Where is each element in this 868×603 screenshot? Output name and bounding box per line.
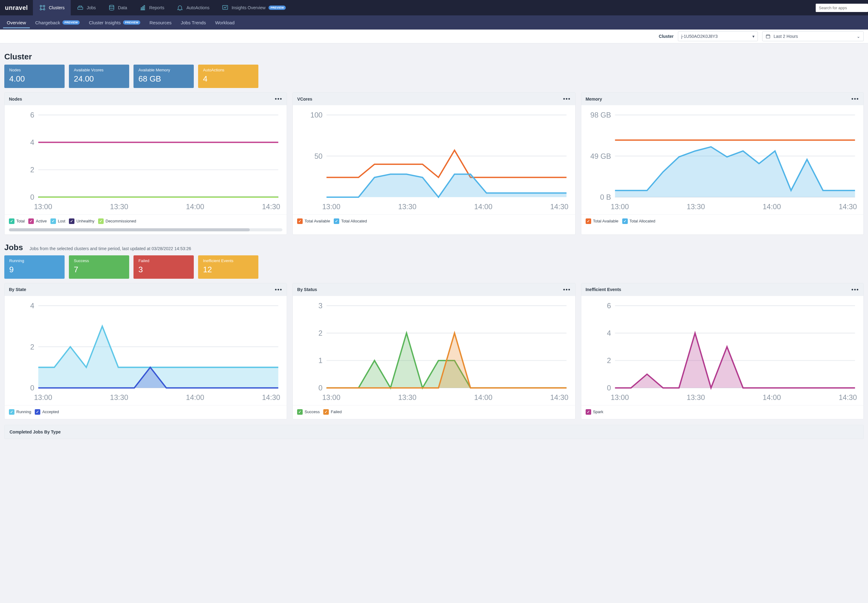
tab-overview[interactable]: Overview	[3, 17, 30, 28]
legend-item[interactable]: Accepted	[35, 409, 59, 415]
svg-text:2: 2	[30, 343, 34, 351]
chart-title: VCores	[297, 97, 312, 102]
legend-label: Failed	[331, 410, 341, 414]
legend-scrollbar[interactable]	[9, 228, 283, 231]
time-value: Last 2 Hours	[774, 34, 798, 39]
legend-item[interactable]: Lost	[51, 218, 65, 224]
svg-text:14:30: 14:30	[839, 203, 857, 211]
legend-item[interactable]: Running	[9, 409, 31, 415]
legend-chip	[28, 218, 34, 224]
svg-text:14:30: 14:30	[839, 393, 857, 402]
svg-text:13:30: 13:30	[110, 393, 128, 402]
calendar-icon	[766, 34, 771, 39]
legend-item[interactable]: Failed	[323, 409, 341, 415]
tab-cluster-insights[interactable]: Cluster Insights PREVIEW	[85, 17, 144, 28]
legend-label: Running	[16, 410, 31, 414]
nav-autoactions[interactable]: AutoActions	[170, 0, 216, 15]
svg-text:14:00: 14:00	[474, 393, 493, 402]
legend-item[interactable]: Active	[28, 218, 46, 224]
nav-label: Insights Overview	[232, 5, 266, 10]
legend-item[interactable]: Spark	[585, 409, 604, 415]
legend-label: Total Available	[304, 219, 330, 223]
cluster-heading: Cluster	[4, 52, 864, 62]
metric-success[interactable]: Success 7	[69, 255, 129, 279]
svg-text:13:00: 13:00	[322, 393, 340, 402]
svg-text:14:30: 14:30	[550, 393, 568, 402]
nav-insights[interactable]: Insights Overview PREVIEW	[216, 0, 292, 15]
tab-jobs-trends[interactable]: Jobs Trends	[177, 17, 210, 28]
time-range-select[interactable]: Last 2 Hours ⌄	[762, 31, 864, 41]
svg-text:14:00: 14:00	[186, 203, 204, 211]
svg-text:100: 100	[310, 111, 323, 119]
by-status-chart-svg: 012313:0013:3014:0014:30	[295, 299, 573, 405]
reports-icon	[139, 4, 146, 11]
memory-chart-svg: 0 B49 GB98 GB13:0013:3014:0014:30	[583, 108, 862, 215]
chart-menu-button[interactable]: •••	[275, 286, 283, 293]
legend-item[interactable]: Total Available	[585, 218, 619, 224]
legend-item[interactable]: Total	[9, 218, 25, 224]
legend-chip	[297, 218, 303, 224]
chart-menu-button[interactable]: •••	[563, 96, 571, 102]
metric-vcores[interactable]: Available Vcores 24.00	[69, 65, 129, 88]
nodes-legend: TotalActiveLostUnhealthyDecommissioned	[5, 215, 287, 228]
nav-reports[interactable]: Reports	[133, 0, 170, 15]
svg-rect-10	[766, 35, 770, 38]
nav-clusters[interactable]: Clusters	[33, 0, 71, 15]
legend-chip	[98, 218, 103, 224]
preview-badge: PREVIEW	[123, 20, 140, 25]
legend-item[interactable]: Total Allocated	[622, 218, 655, 224]
chart-menu-button[interactable]: •••	[851, 286, 859, 293]
metric-autoactions[interactable]: AutoActions 4	[198, 65, 258, 88]
legend-item[interactable]: Success	[297, 409, 320, 415]
chevron-down-icon: ▾	[752, 34, 755, 39]
nav-data[interactable]: Data	[102, 0, 133, 15]
cluster-select[interactable]: j-1U50AO2K0J8Y3 ▾	[678, 31, 758, 41]
inefficient-legend: Spark	[581, 405, 863, 419]
legend-label: Unhealthy	[76, 219, 94, 223]
tab-workload[interactable]: Workload	[211, 17, 238, 28]
legend-item[interactable]: Decommissioned	[98, 218, 136, 224]
legend-chip	[9, 218, 14, 224]
sub-nav: Overview Chargeback PREVIEW Cluster Insi…	[0, 15, 868, 29]
svg-text:2: 2	[319, 329, 323, 337]
chart-menu-button[interactable]: •••	[563, 286, 571, 293]
inefficient-chart-svg: 024613:0013:3014:0014:30	[583, 299, 862, 405]
cluster-metric-row: Nodes 4.00 Available Vcores 24.00 Availa…	[4, 65, 864, 88]
svg-text:14:30: 14:30	[262, 393, 280, 402]
legend-chip	[9, 409, 14, 415]
legend-label: Total Available	[593, 219, 619, 223]
legend-chip	[69, 218, 74, 224]
cluster-value: j-1U50AO2K0J8Y3	[681, 34, 718, 39]
svg-text:1: 1	[319, 357, 323, 365]
metric-nodes[interactable]: Nodes 4.00	[4, 65, 65, 88]
by-status-legend: SuccessFailed	[293, 405, 575, 419]
legend-item[interactable]: Total Available	[297, 218, 330, 224]
filter-bar: Cluster j-1U50AO2K0J8Y3 ▾ Last 2 Hours ⌄	[0, 29, 868, 43]
completed-jobs-header[interactable]: Completed Jobs By Type	[4, 425, 864, 439]
chart-menu-button[interactable]: •••	[851, 96, 859, 102]
legend-item[interactable]: Total Allocated	[334, 218, 367, 224]
chart-title: By Status	[297, 287, 317, 292]
svg-text:0: 0	[30, 384, 34, 392]
chart-title: Nodes	[9, 97, 22, 102]
svg-text:0: 0	[30, 193, 34, 201]
chart-menu-button[interactable]: •••	[275, 96, 283, 102]
metric-inefficient[interactable]: Inefficient Events 12	[198, 255, 258, 279]
cluster-icon	[39, 4, 46, 11]
nav-label: AutoActions	[186, 5, 210, 10]
tab-resources[interactable]: Resources	[146, 17, 175, 28]
svg-text:6: 6	[30, 111, 34, 119]
metric-running[interactable]: Running 9	[4, 255, 65, 279]
legend-label: Total	[16, 219, 25, 223]
metric-failed[interactable]: Failed 3	[133, 255, 194, 279]
search-input[interactable]	[816, 4, 868, 12]
svg-text:2: 2	[30, 166, 34, 174]
brand-logo: unravel	[0, 0, 33, 15]
legend-chip	[35, 409, 40, 415]
metric-memory[interactable]: Available Memory 68 GB	[133, 65, 194, 88]
svg-rect-7	[142, 6, 143, 10]
tab-chargeback[interactable]: Chargeback PREVIEW	[32, 17, 83, 28]
legend-item[interactable]: Unhealthy	[69, 218, 94, 224]
legend-label: Success	[304, 410, 320, 414]
nav-jobs[interactable]: Jobs	[71, 0, 102, 15]
